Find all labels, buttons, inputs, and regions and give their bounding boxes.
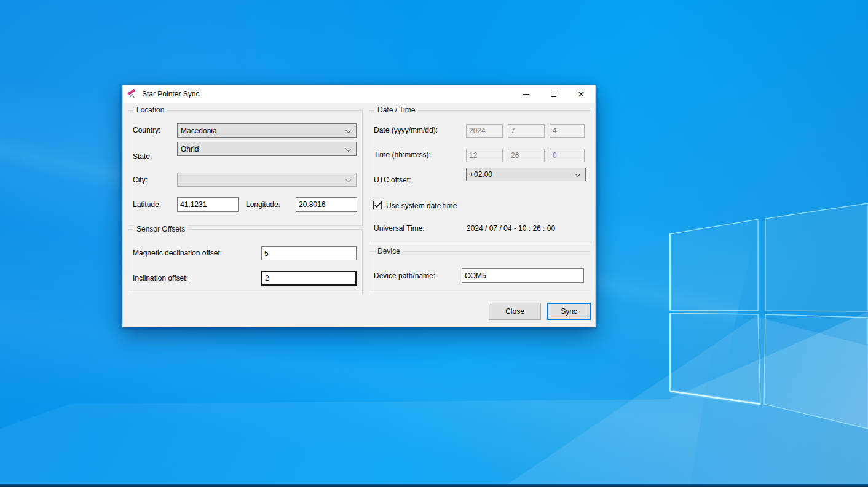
universal-time-label: Universal Time: [374, 224, 425, 233]
time-label: Time (hh:mm:ss): [374, 150, 431, 160]
state-label: State: [133, 152, 152, 162]
chevron-down-icon [345, 146, 351, 152]
window-title: Star Pointer Sync [142, 90, 199, 98]
longitude-input[interactable] [296, 197, 357, 212]
screen-bottom-edge [0, 484, 868, 487]
state-select[interactable]: Ohrid [177, 142, 357, 156]
minimize-icon [523, 94, 529, 95]
use-system-label: Use system date time [386, 201, 457, 211]
city-label: City: [133, 175, 148, 185]
latitude-input[interactable] [177, 197, 239, 212]
longitude-label: Longitude: [246, 200, 280, 209]
utc-offset-value: +02:00 [470, 170, 492, 179]
device-legend: Device [375, 247, 403, 255]
country-value: Macedonia [181, 127, 217, 135]
magnetic-declination-label: Magnetic declination offset: [133, 248, 222, 258]
device-path-label: Device path/name: [374, 271, 435, 281]
close-icon: ✕ [578, 90, 585, 98]
check-icon [374, 202, 381, 208]
city-select[interactable] [177, 173, 357, 187]
location-legend: Location [134, 106, 167, 114]
magnetic-declination-input[interactable] [261, 246, 357, 260]
sync-button[interactable]: Sync [547, 303, 591, 320]
desktop-wallpaper: Star Pointer Sync ✕ Location Country: Ma… [0, 0, 868, 487]
maximize-button[interactable] [540, 85, 567, 103]
date-label: Date (yyyy/mm/dd): [374, 125, 438, 135]
utc-offset-label: UTC offset: [374, 175, 411, 185]
date-month-input[interactable] [508, 124, 545, 138]
chevron-down-icon [345, 177, 351, 182]
time-minute-input[interactable] [508, 149, 545, 162]
inclination-offset-input[interactable] [261, 271, 357, 286]
minimize-button[interactable] [512, 85, 540, 103]
device-path-input[interactable] [462, 268, 584, 283]
utc-offset-select[interactable]: +02:00 [466, 168, 586, 181]
caption-buttons: ✕ [512, 85, 595, 103]
star-pointer-sync-window: Star Pointer Sync ✕ Location Country: Ma… [122, 85, 596, 327]
maximize-icon [551, 92, 556, 97]
chevron-down-icon [575, 171, 580, 177]
sensor-offsets-legend: Sensor Offsets [134, 225, 187, 233]
date-year-input[interactable] [466, 124, 503, 138]
state-value: Ohrid [181, 145, 199, 154]
time-hour-input[interactable] [466, 149, 503, 162]
use-system-checkbox[interactable] [373, 201, 382, 209]
time-second-input[interactable] [550, 149, 585, 162]
chevron-down-icon [345, 128, 351, 133]
latitude-label: Latitude: [133, 200, 161, 209]
datetime-legend: Date / Time [375, 106, 417, 114]
date-day-input[interactable] [550, 124, 585, 138]
close-window-button[interactable]: ✕ [567, 85, 595, 103]
titlebar[interactable]: Star Pointer Sync ✕ [123, 85, 595, 103]
universal-time-value: 2024 / 07 / 04 - 10 : 26 : 00 [467, 224, 555, 233]
inclination-offset-label: Inclination offset: [133, 273, 188, 283]
close-button[interactable]: Close [489, 303, 541, 320]
windows-logo [652, 197, 868, 442]
telescope-icon [127, 89, 137, 99]
country-select[interactable]: Macedonia [177, 123, 357, 138]
country-label: Country: [133, 125, 160, 135]
